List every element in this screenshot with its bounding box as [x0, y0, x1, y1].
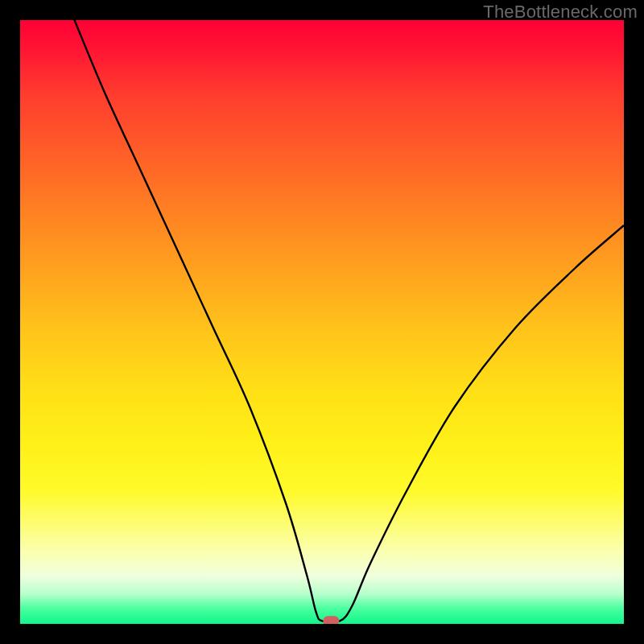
watermark-text: TheBottleneck.com	[483, 2, 638, 23]
minimum-marker	[323, 616, 339, 624]
curve-svg	[20, 20, 624, 624]
plot-area	[20, 20, 624, 624]
bottleneck-curve	[75, 20, 625, 622]
